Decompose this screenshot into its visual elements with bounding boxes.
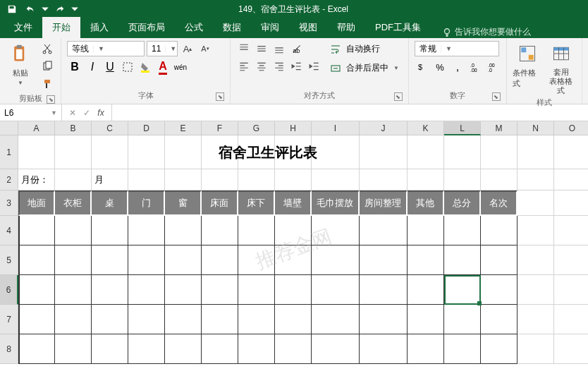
data-cell-I8[interactable] (312, 334, 360, 364)
accounting-button[interactable]: $ (415, 59, 430, 75)
col-header-A[interactable]: A (18, 121, 55, 135)
data-cell-C6[interactable] (92, 275, 128, 305)
data-cell-J5[interactable] (360, 245, 408, 275)
col-header-J[interactable]: J (360, 121, 408, 135)
wrap-text-button[interactable]: 自动换行 (326, 41, 403, 57)
bold-button[interactable]: B (67, 59, 82, 75)
data-cell-L8[interactable] (444, 334, 481, 364)
row-header-1[interactable]: 1 (0, 135, 18, 169)
fill-color-button[interactable] (137, 59, 153, 75)
col-header-E[interactable]: E (165, 121, 202, 135)
row-header-8[interactable]: 8 (0, 334, 18, 364)
tab-formulas[interactable]: 公式 (175, 17, 213, 38)
data-cell-K8[interactable] (408, 334, 444, 364)
table-header-8[interactable]: 毛巾摆放 (312, 190, 360, 216)
font-size-combo[interactable]: 11▼ (147, 41, 178, 56)
font-name-combo[interactable]: 等线▼ (67, 41, 145, 56)
cell-M2[interactable] (481, 169, 517, 190)
col-header-F[interactable]: F (202, 121, 238, 135)
number-launcher[interactable]: ⬊ (492, 92, 501, 101)
data-cell-E6[interactable] (165, 275, 202, 305)
cell-F2[interactable] (202, 169, 238, 190)
conditional-format-button[interactable]: 条件格式 (513, 41, 542, 89)
cell-N8[interactable] (517, 334, 554, 364)
cell-N6[interactable] (517, 275, 554, 305)
table-header-5[interactable]: 床面 (202, 190, 238, 216)
font-launcher[interactable]: ⬊ (216, 92, 224, 101)
data-cell-D4[interactable] (128, 216, 165, 245)
format-as-table-button[interactable]: 套用 表格格式 (546, 41, 576, 96)
cell-N5[interactable] (517, 245, 554, 275)
orientation-button[interactable]: ab (289, 41, 305, 56)
data-cell-L5[interactable] (444, 245, 481, 275)
data-cell-G6[interactable] (238, 275, 275, 305)
table-header-6[interactable]: 床下 (238, 190, 275, 216)
data-cell-H4[interactable] (275, 216, 312, 245)
data-cell-A8[interactable] (18, 334, 55, 364)
cell-I2[interactable] (312, 169, 360, 190)
tab-review[interactable]: 审阅 (251, 17, 289, 38)
data-cell-H6[interactable] (275, 275, 312, 305)
data-cell-H7[interactable] (275, 305, 312, 334)
col-header-B[interactable]: B (55, 121, 92, 135)
data-cell-E5[interactable] (165, 245, 202, 275)
cell-O1[interactable] (554, 135, 588, 169)
table-header-3[interactable]: 门 (128, 190, 165, 216)
data-cell-J7[interactable] (360, 305, 408, 334)
data-cell-D8[interactable] (128, 334, 165, 364)
align-bottom-button[interactable] (271, 41, 287, 56)
data-cell-D5[interactable] (128, 245, 165, 275)
undo-button[interactable] (23, 1, 38, 17)
col-header-N[interactable]: N (517, 121, 554, 135)
data-cell-I5[interactable] (312, 245, 360, 275)
format-painter-button[interactable] (39, 76, 55, 92)
data-cell-I7[interactable] (312, 305, 360, 334)
row-header-7[interactable]: 7 (0, 305, 18, 334)
data-cell-A5[interactable] (18, 245, 55, 275)
cell-O7[interactable] (554, 305, 588, 334)
alignment-launcher[interactable]: ⬊ (394, 92, 403, 101)
merge-center-button[interactable]: 合并后居中 ▼ (326, 60, 403, 76)
cell-O2[interactable] (554, 169, 588, 190)
data-cell-E8[interactable] (165, 334, 202, 364)
col-header-M[interactable]: M (481, 121, 517, 135)
align-center-button[interactable] (254, 59, 269, 74)
row-header-6[interactable]: 6 (0, 275, 18, 305)
data-cell-J6[interactable] (360, 275, 408, 305)
data-cell-C5[interactable] (92, 245, 128, 275)
cell-N3[interactable] (517, 190, 554, 216)
align-left-button[interactable] (236, 59, 252, 74)
decrease-decimal-button[interactable]: .00.0 (485, 59, 501, 75)
data-cell-F8[interactable] (202, 334, 238, 364)
data-cell-F5[interactable] (202, 245, 238, 275)
worksheet[interactable]: ABCDEFGHIJKLMNO 12345678 宿舍卫生评比表月份：月地面衣柜… (0, 121, 588, 376)
data-cell-L7[interactable] (444, 305, 481, 334)
data-cell-C8[interactable] (92, 334, 128, 364)
cell-J2[interactable] (360, 169, 408, 190)
data-cell-A6[interactable] (18, 275, 55, 305)
cell-G2[interactable] (238, 169, 275, 190)
cell-H2[interactable] (275, 169, 312, 190)
data-cell-K7[interactable] (408, 305, 444, 334)
col-header-O[interactable]: O (554, 121, 588, 135)
tab-help[interactable]: 帮助 (327, 17, 365, 38)
col-header-C[interactable]: C (92, 121, 128, 135)
table-header-10[interactable]: 其他 (408, 190, 444, 216)
cell-L2[interactable] (444, 169, 481, 190)
data-cell-G4[interactable] (238, 216, 275, 245)
number-format-combo[interactable]: 常规▼ (415, 41, 499, 56)
cell-O5[interactable] (554, 245, 588, 275)
row-header-2[interactable]: 2 (0, 169, 18, 190)
tab-insert[interactable]: 插入 (80, 17, 118, 38)
clipboard-launcher[interactable]: ⬊ (47, 95, 55, 104)
decrease-font-button[interactable]: A▾ (197, 41, 213, 56)
decrease-indent-button[interactable] (289, 59, 305, 74)
row-header-4[interactable]: 4 (0, 216, 18, 245)
data-cell-F6[interactable] (202, 275, 238, 305)
data-cell-J8[interactable] (360, 334, 408, 364)
data-cell-G7[interactable] (238, 305, 275, 334)
data-cell-J4[interactable] (360, 216, 408, 245)
data-cell-H8[interactable] (275, 334, 312, 364)
col-header-I[interactable]: I (312, 121, 360, 135)
border-button[interactable] (120, 59, 135, 75)
